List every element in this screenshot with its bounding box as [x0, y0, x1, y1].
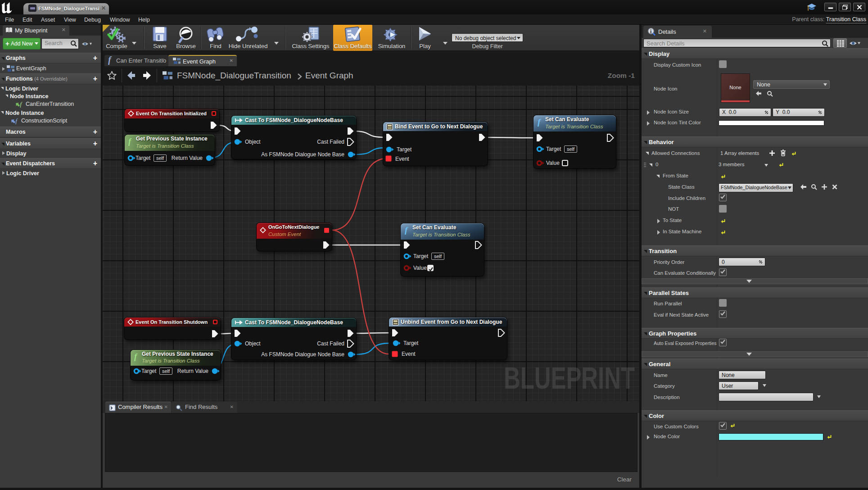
svg-text:f: f — [128, 137, 132, 146]
svg-text:f: f — [108, 56, 112, 65]
svg-text:f: f — [15, 118, 18, 124]
svg-text:f: f — [405, 225, 408, 235]
svg-text:f: f — [134, 352, 138, 361]
svg-text:f: f — [20, 101, 23, 108]
svg-text:f: f — [538, 117, 541, 127]
